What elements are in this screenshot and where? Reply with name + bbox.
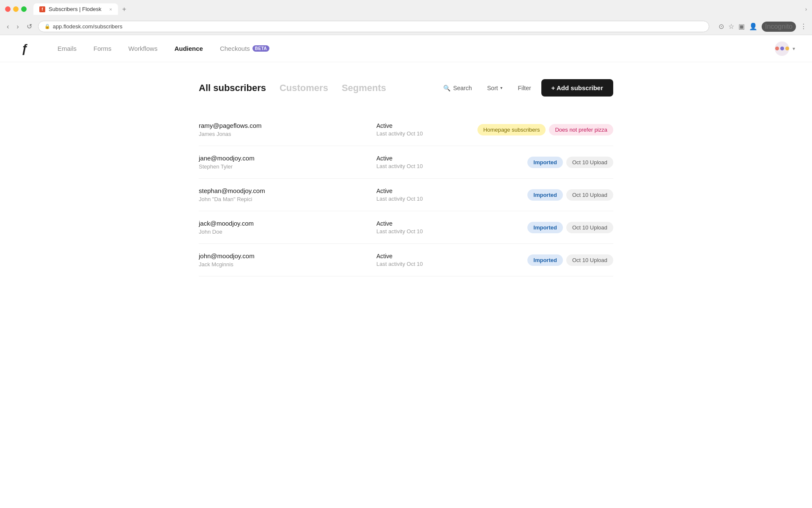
extensions-icon[interactable]: ⊙ (719, 22, 724, 30)
sort-button[interactable]: Sort ▾ (482, 81, 508, 95)
avatar-dots (775, 47, 789, 50)
tag-imported[interactable]: Imported (527, 157, 563, 168)
avatar[interactable] (775, 41, 789, 56)
beta-badge: BETA (252, 45, 269, 52)
subscriber-info: jack@moodjoy.com John Doe (199, 220, 376, 235)
subscriber-status: Active Last activity Oct 10 (376, 220, 461, 235)
avatar-dot-3 (785, 47, 789, 50)
last-activity: Last activity Oct 10 (376, 130, 461, 137)
status-label: Active (376, 122, 461, 129)
subscriber-email: stephan@moodjoy.com (199, 187, 376, 194)
close-dot[interactable] (5, 6, 11, 12)
subscriber-tags: Imported Oct 10 Upload (527, 222, 613, 233)
lock-icon: 🔒 (44, 24, 50, 29)
tag-imported[interactable]: Imported (527, 254, 563, 266)
last-activity: Last activity Oct 10 (376, 261, 461, 267)
subscriber-info: stephan@moodjoy.com John "Da Man" Repici (199, 187, 376, 202)
app-nav: ƒ Emails Forms Workflows Audience Checko… (0, 35, 812, 62)
tag-oct10-upload[interactable]: Oct 10 Upload (566, 189, 613, 201)
nav-forms[interactable]: Forms (93, 45, 112, 52)
subscriber-status: Active Last activity Oct 10 (376, 122, 461, 137)
main-content: All subscribers Customers Segments 🔍 Sea… (173, 62, 639, 293)
close-tab-button[interactable]: × (110, 7, 112, 12)
table-row[interactable]: john@moodjoy.com Jack Mcginnis Active La… (199, 244, 613, 276)
nav-audience[interactable]: Audience (174, 45, 203, 52)
refresh-button[interactable]: ↺ (25, 22, 34, 31)
table-row[interactable]: ramy@pageflows.com James Jonas Active La… (199, 113, 613, 146)
subscriber-tags: Homepage subscribers Does not prefer piz… (477, 124, 613, 135)
subscriber-name: John Doe (199, 229, 376, 235)
subscriber-info: jane@moodjoy.com Stephen Tyler (199, 155, 376, 170)
subscriber-info: john@moodjoy.com Jack Mcginnis (199, 252, 376, 268)
app-logo[interactable]: ƒ (17, 41, 32, 56)
subscriber-status: Active Last activity Oct 10 (376, 253, 461, 267)
subscriber-list: ramy@pageflows.com James Jonas Active La… (199, 113, 613, 276)
tag-homepage-subscribers[interactable]: Homepage subscribers (477, 124, 546, 135)
tag-imported[interactable]: Imported (527, 222, 563, 233)
subscriber-info: ramy@pageflows.com James Jonas (199, 122, 376, 137)
table-row[interactable]: stephan@moodjoy.com John "Da Man" Repici… (199, 179, 613, 211)
nav-workflows[interactable]: Workflows (129, 45, 158, 52)
browser-toolbar-right: ⊙ ☆ ▣ 👤 Incognito ⋮ (719, 22, 807, 32)
logo-icon: ƒ (21, 42, 28, 55)
minimize-dot[interactable] (13, 6, 19, 12)
tag-oct10-upload[interactable]: Oct 10 Upload (566, 254, 613, 266)
search-button[interactable]: 🔍 Search (438, 81, 477, 95)
subscriber-status: Active Last activity Oct 10 (376, 188, 461, 202)
avatar-dot-2 (780, 47, 784, 50)
subscriber-email: jack@moodjoy.com (199, 220, 376, 227)
avatar-dot-1 (775, 47, 779, 50)
menu-icon[interactable]: ⋮ (800, 22, 807, 30)
avatar-chevron-icon[interactable]: ▾ (793, 46, 795, 52)
active-tab[interactable]: f Subscribers | Flodesk × (33, 3, 118, 15)
new-tab-button[interactable]: + (120, 5, 129, 14)
tab-all-subscribers[interactable]: All subscribers (199, 83, 266, 94)
subscriber-email: jane@moodjoy.com (199, 155, 376, 162)
filter-button[interactable]: Filter (513, 81, 536, 95)
status-label: Active (376, 155, 461, 162)
tab-segments[interactable]: Segments (342, 83, 386, 94)
tag-oct10-upload[interactable]: Oct 10 Upload (566, 157, 613, 168)
subscriber-email: ramy@pageflows.com (199, 122, 376, 129)
tab-chevron-icon: › (805, 6, 807, 12)
last-activity: Last activity Oct 10 (376, 163, 461, 169)
address-bar: ‹ › ↺ 🔒 app.flodesk.com/subscribers ⊙ ☆ … (0, 18, 812, 35)
last-activity: Last activity Oct 10 (376, 228, 461, 235)
subscriber-tags: Imported Oct 10 Upload (527, 254, 613, 266)
subscriber-email: john@moodjoy.com (199, 252, 376, 260)
subscriber-tags: Imported Oct 10 Upload (527, 189, 613, 201)
sort-chevron-icon: ▾ (500, 86, 502, 90)
subscriber-name: Stephen Tyler (199, 163, 376, 170)
filter-label: Filter (518, 85, 531, 91)
nav-emails[interactable]: Emails (58, 45, 77, 52)
table-row[interactable]: jane@moodjoy.com Stephen Tyler Active La… (199, 146, 613, 179)
subscriber-status: Active Last activity Oct 10 (376, 155, 461, 169)
status-label: Active (376, 253, 461, 260)
tag-does-not-prefer-pizza[interactable]: Does not prefer pizza (549, 124, 613, 135)
search-label: Search (453, 85, 472, 91)
url-text: app.flodesk.com/subscribers (53, 23, 123, 30)
star-icon[interactable]: ☆ (728, 22, 734, 30)
url-bar[interactable]: 🔒 app.flodesk.com/subscribers (38, 21, 709, 32)
tag-imported[interactable]: Imported (527, 189, 563, 201)
table-row[interactable]: jack@moodjoy.com John Doe Active Last ac… (199, 211, 613, 244)
nav-checkouts[interactable]: Checkouts (220, 45, 250, 52)
maximize-dot[interactable] (21, 6, 27, 12)
back-button[interactable]: ‹ (5, 22, 11, 31)
tab-customers[interactable]: Customers (280, 83, 328, 94)
sort-label: Sort (487, 85, 498, 91)
page-tabs: All subscribers Customers Segments (199, 83, 386, 94)
profile-icon[interactable]: 👤 (749, 22, 757, 30)
page-actions: 🔍 Search Sort ▾ Filter + Add subscriber (438, 79, 613, 97)
page-header: All subscribers Customers Segments 🔍 Sea… (199, 79, 613, 97)
nav-checkouts-container: Checkouts BETA (220, 45, 269, 52)
tab-grid-icon[interactable]: ▣ (738, 22, 745, 30)
add-subscriber-button[interactable]: + Add subscriber (541, 79, 613, 97)
tab-favicon: f (39, 6, 45, 12)
last-activity: Last activity Oct 10 (376, 196, 461, 202)
subscriber-name: Jack Mcginnis (199, 261, 376, 268)
tab-title: Subscribers | Flodesk (49, 6, 102, 12)
forward-button[interactable]: › (15, 22, 20, 31)
tab-bar: f Subscribers | Flodesk × + (33, 3, 129, 15)
tag-oct10-upload[interactable]: Oct 10 Upload (566, 222, 613, 233)
